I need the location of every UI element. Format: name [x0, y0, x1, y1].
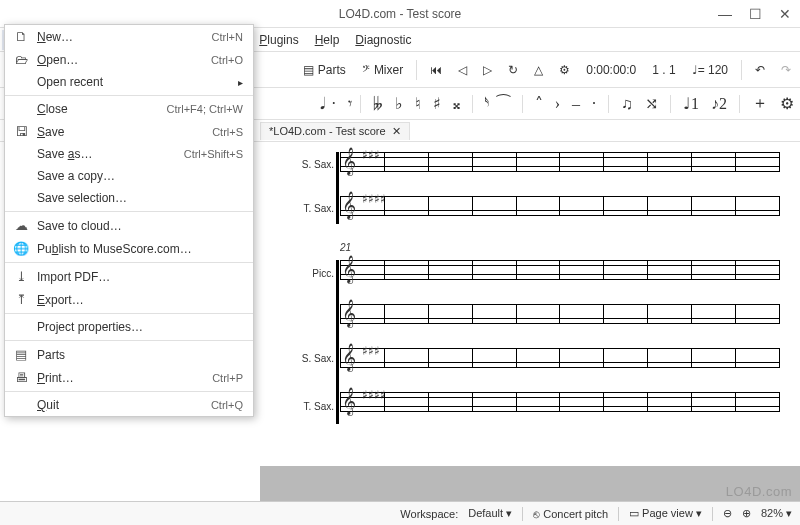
tuning-fork-icon: ⎋ — [533, 508, 540, 520]
time-display: 0:00:00:0 — [581, 60, 641, 80]
score-view[interactable]: S. Sax. T. Sax. 𝄞♯♯♯ 𝄞♯♯♯♯ Picc. S. Sax.… — [260, 142, 800, 501]
system-2: Picc. S. Sax. T. Sax. 21 𝄞 𝄞 𝄞♯♯♯ 𝄞♯♯♯♯ — [280, 250, 780, 430]
tab-label: *LO4D.com - Test score — [269, 125, 386, 137]
menu-project-properties[interactable]: Project properties… — [5, 316, 253, 338]
open-icon: 🗁 — [13, 52, 29, 67]
gear-icon[interactable]: ⚙ — [780, 94, 794, 113]
menu-plugins[interactable]: Plugins — [251, 30, 306, 50]
menu-export[interactable]: ⤒Export… — [5, 288, 253, 311]
voice1-icon[interactable]: ♩1 — [683, 94, 699, 113]
menu-close[interactable]: CloseCtrl+F4; Ctrl+W — [5, 98, 253, 120]
staff-label: S. Sax. — [280, 159, 334, 170]
tenuto-icon[interactable]: – — [572, 95, 580, 113]
export-icon: ⤒ — [13, 292, 29, 307]
play-button[interactable]: ▷ — [478, 60, 497, 80]
marcato-icon[interactable]: ˄ — [535, 94, 543, 113]
staccato-icon[interactable]: · — [592, 95, 596, 113]
staff-label: Picc. — [280, 268, 334, 279]
menu-publish[interactable]: 🌐Publish to MuseScore.com… — [5, 237, 253, 260]
watermark: LO4D.com — [726, 484, 792, 499]
workspace-selector[interactable]: Default ▾ — [468, 507, 512, 520]
voice2-icon[interactable]: ♪2 — [711, 95, 727, 113]
menu-open[interactable]: 🗁Open…Ctrl+O — [5, 48, 253, 71]
double-flat-icon[interactable]: 𝄫 — [373, 95, 383, 113]
workspace-label: Workspace: — [400, 508, 458, 520]
import-icon: ⤓ — [13, 269, 29, 284]
page-gap — [260, 466, 800, 501]
print-icon: 🖶 — [13, 370, 29, 385]
position-display: 1 . 1 — [647, 60, 680, 80]
settings-button[interactable]: ⚙ — [554, 60, 575, 80]
file-menu-dropdown: 🗋New…Ctrl+N 🗁Open…Ctrl+O Open recent Clo… — [4, 24, 254, 417]
staff-label: T. Sax. — [280, 203, 334, 214]
mixer-icon: 𝄢 — [362, 63, 370, 77]
window-title: LO4D.com - Test score — [339, 7, 461, 21]
flip-icon[interactable]: ⤭ — [645, 94, 658, 113]
window-controls: — ☐ ✕ — [710, 0, 800, 28]
undo-button[interactable]: ↶ — [750, 60, 770, 80]
zoom-in-button[interactable]: ⊕ — [742, 507, 751, 520]
close-window-button[interactable]: ✕ — [770, 0, 800, 28]
cloud-icon: ☁ — [13, 218, 29, 233]
globe-icon: 🌐 — [13, 241, 29, 256]
tempo-display: ♩= 120 — [687, 60, 733, 80]
minimize-button[interactable]: — — [710, 0, 740, 28]
zoom-out-button[interactable]: ⊖ — [723, 507, 732, 520]
staff-label: S. Sax. — [280, 353, 334, 364]
menu-open-recent[interactable]: Open recent — [5, 71, 253, 93]
concert-pitch-toggle[interactable]: ⎋ Concert pitch — [533, 508, 608, 520]
redo-button[interactable]: ↷ — [776, 60, 796, 80]
menu-save-cloud[interactable]: ☁Save to cloud… — [5, 214, 253, 237]
statusbar: Workspace: Default ▾ ⎋ Concert pitch ▭ P… — [0, 501, 800, 525]
menu-diagnostic[interactable]: Diagnostic — [347, 30, 419, 50]
metronome-button[interactable]: △ — [529, 60, 548, 80]
score-page: S. Sax. T. Sax. 𝄞♯♯♯ 𝄞♯♯♯♯ Picc. S. Sax.… — [270, 142, 790, 470]
dot-icon[interactable]: · — [332, 95, 336, 113]
staff-label: T. Sax. — [280, 401, 334, 412]
system-1: S. Sax. T. Sax. 𝄞♯♯♯ 𝄞♯♯♯♯ — [280, 142, 780, 230]
tuplet-icon[interactable]: ♫ — [621, 95, 633, 113]
slur-icon[interactable]: ⁀ — [497, 94, 510, 113]
menu-save-copy[interactable]: Save a copy… — [5, 165, 253, 187]
score-tab[interactable]: *LO4D.com - Test score ✕ — [260, 122, 410, 140]
add-icon[interactable]: ＋ — [752, 93, 768, 114]
natural-icon[interactable]: ♮ — [415, 94, 421, 113]
menu-print[interactable]: 🖶Print…Ctrl+P — [5, 366, 253, 389]
accent-icon[interactable]: › — [555, 95, 560, 113]
zoom-level[interactable]: 82% ▾ — [761, 507, 792, 520]
loop-button[interactable]: ↻ — [503, 60, 523, 80]
sharp-icon[interactable]: ♯ — [433, 94, 441, 113]
save-icon: 🖫 — [13, 124, 29, 139]
new-icon: 🗋 — [13, 29, 29, 44]
double-sharp-icon[interactable]: 𝄪 — [453, 95, 460, 113]
maximize-button[interactable]: ☐ — [740, 0, 770, 28]
parts-button[interactable]: ▤Parts — [298, 60, 351, 80]
menu-save[interactable]: 🖫SaveCtrl+S — [5, 120, 253, 143]
parts-icon: ▤ — [13, 347, 29, 362]
menu-save-as[interactable]: Save as…Ctrl+Shift+S — [5, 143, 253, 165]
menu-new[interactable]: 🗋New…Ctrl+N — [5, 25, 253, 48]
close-tab-icon[interactable]: ✕ — [392, 125, 401, 138]
menu-parts[interactable]: ▤Parts — [5, 343, 253, 366]
rewind-button[interactable]: ⏮ — [425, 60, 447, 80]
menu-import-pdf[interactable]: ⤓Import PDF… — [5, 265, 253, 288]
back-button[interactable]: ◁ — [453, 60, 472, 80]
menu-help[interactable]: Help — [307, 30, 348, 50]
menu-quit[interactable]: QuitCtrl+Q — [5, 394, 253, 416]
flat-icon[interactable]: ♭ — [395, 94, 403, 113]
mixer-button[interactable]: 𝄢Mixer — [357, 60, 408, 80]
menu-save-selection[interactable]: Save selection… — [5, 187, 253, 209]
view-mode-selector[interactable]: ▭ Page view ▾ — [629, 507, 702, 520]
parts-icon: ▤ — [303, 63, 314, 77]
